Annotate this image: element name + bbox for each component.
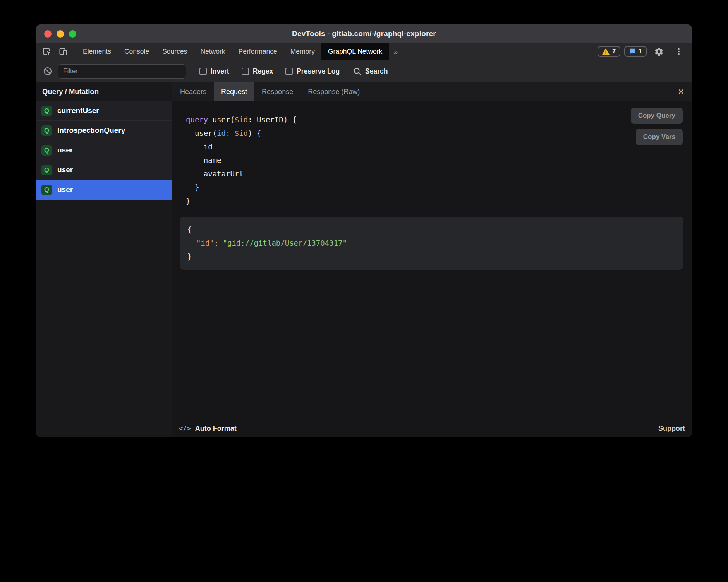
request-body: Copy Query Copy Vars query user($id: Use… <box>172 101 692 419</box>
detail-tab-headers[interactable]: Headers <box>173 82 214 101</box>
detail-footer: </> Auto Format Support <box>172 419 692 437</box>
device-toolbar-icon[interactable] <box>55 43 71 60</box>
code-line: } <box>187 250 676 264</box>
query-list-item-2-user[interactable]: Quser <box>36 140 172 160</box>
toolbar-divider <box>73 46 73 56</box>
detail-tab-response[interactable]: Response <box>254 82 300 101</box>
warning-count: 7 <box>612 48 616 55</box>
request-variables-box: { "id": "gid://gitlab/User/13704317"} <box>180 217 683 270</box>
checkbox-invert[interactable]: Invert <box>199 67 229 75</box>
query-label: IntrospectionQuery <box>57 126 125 135</box>
filter-input[interactable] <box>58 64 186 79</box>
query-list-item-0-currentuser[interactable]: QcurrentUser <box>36 101 172 121</box>
messages-badge[interactable]: 1 <box>624 46 647 57</box>
search-control[interactable]: Search <box>353 67 388 76</box>
window-title: DevTools - gitlab.com/-/graphql-explorer <box>36 29 692 38</box>
message-count: 1 <box>639 48 642 55</box>
warning-triangle-icon <box>602 48 610 55</box>
code-line: avatarUrl <box>186 167 692 181</box>
request-variables-code: { "id": "gid://gitlab/User/13704317"} <box>187 223 676 264</box>
tab-memory[interactable]: Memory <box>284 43 321 60</box>
query-type-badge: Q <box>41 125 52 136</box>
auto-format-label[interactable]: Auto Format <box>195 425 237 433</box>
more-tabs-button[interactable]: » <box>389 43 402 60</box>
code-line: name <box>186 154 692 167</box>
code-line: } <box>186 194 692 208</box>
maximize-window-button[interactable] <box>69 30 76 38</box>
filter-checkboxes: InvertRegexPreserve Log <box>199 67 340 75</box>
devtools-toolbar: ElementsConsoleSourcesNetworkPerformance… <box>36 43 692 60</box>
minimize-window-button[interactable] <box>57 30 64 38</box>
sidebar-header: Query / Mutation <box>36 82 172 101</box>
tab-graphql-network[interactable]: GraphQL Network <box>321 43 389 60</box>
checkbox-box-regex[interactable] <box>242 68 249 75</box>
titlebar: DevTools - gitlab.com/-/graphql-explorer <box>36 24 692 43</box>
query-type-badge: Q <box>41 145 52 156</box>
tab-elements[interactable]: Elements <box>76 43 118 60</box>
detail-tabs: HeadersRequestResponseResponse (Raw) <box>173 82 367 101</box>
checkbox-preserve-log[interactable]: Preserve Log <box>285 67 340 75</box>
checkbox-label-invert: Invert <box>211 67 229 75</box>
detail-tab-response-raw[interactable]: Response (Raw) <box>300 82 367 101</box>
query-label: currentUser <box>57 106 99 115</box>
tab-sources[interactable]: Sources <box>156 43 194 60</box>
checkbox-box-preserve-log[interactable] <box>285 68 293 75</box>
code-line: { <box>187 223 676 236</box>
more-options-icon[interactable] <box>671 47 687 56</box>
request-query-code: query user($id: UserID) { user(id: $id) … <box>172 101 692 208</box>
inspect-element-icon[interactable] <box>36 43 55 60</box>
block-clear-icon[interactable] <box>42 67 53 76</box>
query-type-badge: Q <box>41 106 52 116</box>
copy-buttons: Copy Query Copy Vars <box>631 108 683 145</box>
main-content: Query / Mutation QcurrentUserQIntrospect… <box>36 82 692 437</box>
checkbox-box-invert[interactable] <box>199 68 207 75</box>
chat-bubble-icon <box>629 48 636 55</box>
tab-console[interactable]: Console <box>118 43 156 60</box>
query-list-item-4-user[interactable]: Quser <box>36 180 172 200</box>
query-list: QcurrentUserQIntrospectionQueryQuserQuse… <box>36 101 172 200</box>
devtools-window: DevTools - gitlab.com/-/graphql-explorer… <box>36 24 692 437</box>
query-type-badge: Q <box>41 165 52 175</box>
search-label: Search <box>365 67 388 75</box>
code-line: id <box>186 140 692 154</box>
support-link[interactable]: Support <box>658 425 685 433</box>
query-type-badge: Q <box>41 185 52 195</box>
filter-toolbar: InvertRegexPreserve Log Search <box>36 60 692 82</box>
tab-network[interactable]: Network <box>194 43 232 60</box>
checkbox-label-preserve-log: Preserve Log <box>297 67 340 75</box>
screen-background: DevTools - gitlab.com/-/graphql-explorer… <box>0 0 728 582</box>
detail-tab-request[interactable]: Request <box>214 82 254 101</box>
code-line: } <box>186 181 692 194</box>
settings-gear-icon[interactable] <box>651 47 667 56</box>
checkbox-regex[interactable]: Regex <box>242 67 273 75</box>
close-window-button[interactable] <box>44 30 52 38</box>
sidebar: Query / Mutation QcurrentUserQIntrospect… <box>36 82 172 437</box>
code-line: "id": "gid://gitlab/User/13704317" <box>187 236 676 250</box>
code-format-icon[interactable]: </> <box>179 425 191 432</box>
query-list-item-1-introspectionquery[interactable]: QIntrospectionQuery <box>36 121 172 140</box>
close-panel-icon[interactable]: ✕ <box>670 82 692 101</box>
query-label: user <box>57 166 73 174</box>
code-line: user(id: $id) { <box>186 127 692 140</box>
copy-query-button[interactable]: Copy Query <box>631 108 683 124</box>
traffic-lights <box>44 24 76 43</box>
checkbox-label-regex: Regex <box>253 67 273 75</box>
query-label: user <box>57 146 73 154</box>
query-list-item-3-user[interactable]: Quser <box>36 160 172 180</box>
warnings-badge[interactable]: 7 <box>598 46 620 57</box>
search-icon <box>353 67 362 76</box>
query-label: user <box>57 185 73 194</box>
toolbar-right: 7 1 <box>598 43 692 60</box>
code-line: query user($id: UserID) { <box>186 113 692 127</box>
detail-panel: HeadersRequestResponseResponse (Raw) ✕ C… <box>172 82 692 437</box>
devtools-tabs: ElementsConsoleSourcesNetworkPerformance… <box>76 43 389 60</box>
copy-vars-button[interactable]: Copy Vars <box>636 129 683 145</box>
detail-tabs-row: HeadersRequestResponseResponse (Raw) ✕ <box>172 82 692 101</box>
tab-performance[interactable]: Performance <box>232 43 284 60</box>
